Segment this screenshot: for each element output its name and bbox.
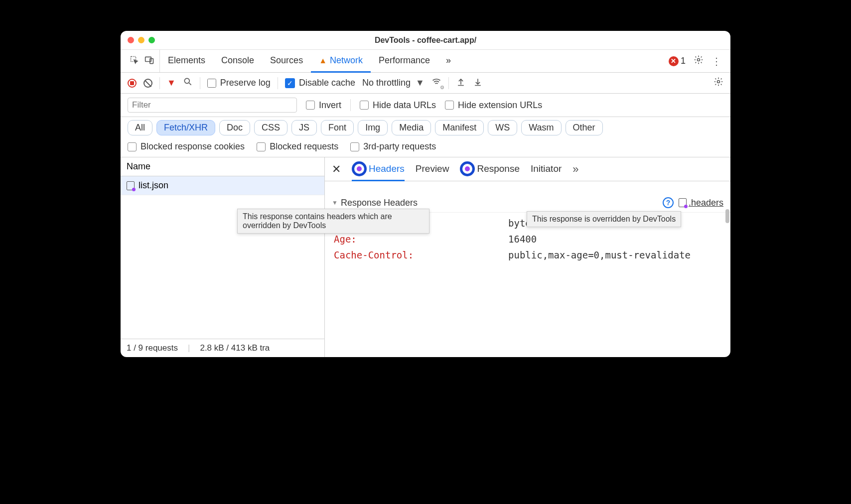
inspect-toggle-group — [125, 50, 160, 72]
preserve-log-checkbox[interactable]: Preserve log — [207, 78, 271, 88]
separator — [448, 77, 449, 89]
request-count: 1 / 9 requests — [127, 343, 178, 353]
pill-all[interactable]: All — [128, 120, 152, 135]
network-toolbar: ▼ Preserve log ✓ Disable cache No thrott… — [121, 73, 730, 94]
hide-data-urls-checkbox[interactable]: Hide data URLs — [360, 100, 436, 111]
pill-other[interactable]: Other — [566, 120, 603, 135]
more-menu-icon[interactable]: ⋮ — [711, 55, 721, 67]
inspect-icon[interactable] — [130, 55, 140, 67]
devtools-window: DevTools - coffee-cart.app/ Elements Con… — [121, 31, 730, 357]
request-list: Name list.json 1 / 9 requests | 2.8 kB /… — [121, 157, 325, 357]
maximize-window-button[interactable] — [148, 37, 155, 43]
headers-file-link[interactable]: .headers — [679, 198, 723, 208]
help-icon[interactable]: ? — [663, 197, 674, 208]
content-area: Name list.json 1 / 9 requests | 2.8 kB /… — [121, 157, 730, 357]
checkbox-icon — [445, 101, 454, 110]
disclosure-triangle-icon: ▼ — [332, 199, 338, 206]
pill-doc[interactable]: Doc — [219, 120, 250, 135]
window-title: DevTools - coffee-cart.app/ — [121, 36, 730, 45]
upload-icon[interactable] — [456, 77, 466, 89]
blocked-requests-checkbox[interactable]: Blocked requests — [257, 141, 338, 152]
checkbox-icon — [306, 101, 315, 110]
network-conditions-icon[interactable]: ⚙ — [431, 77, 441, 89]
name-column-header[interactable]: Name — [121, 157, 324, 176]
svg-point-3 — [698, 59, 700, 61]
detail-tabs-overflow[interactable]: » — [572, 157, 578, 181]
filter-bar: Invert Hide data URLs Hide extension URL… — [121, 94, 730, 117]
tooltip-headers-override: This response contains headers which are… — [237, 209, 429, 234]
close-window-button[interactable] — [128, 37, 134, 43]
download-icon[interactable] — [473, 77, 483, 89]
invert-checkbox[interactable]: Invert — [306, 100, 341, 111]
tab-performance[interactable]: Performance — [371, 50, 438, 73]
network-settings-icon[interactable] — [713, 77, 723, 89]
pill-ws[interactable]: WS — [488, 120, 517, 135]
svg-point-4 — [184, 78, 189, 83]
section-title: Response Headers — [341, 198, 418, 208]
tooltip-response-override: This response is overridden by DevTools — [527, 211, 681, 227]
record-button[interactable] — [128, 79, 137, 88]
checked-icon: ✓ — [285, 78, 295, 88]
pill-manifest[interactable]: Manifest — [435, 120, 484, 135]
checkbox-icon — [350, 142, 359, 151]
hide-extension-urls-checkbox[interactable]: Hide extension URLs — [445, 100, 542, 111]
throttling-select[interactable]: No throttling ▼ — [362, 78, 425, 88]
filter-input[interactable] — [128, 98, 297, 113]
checkbox-icon — [360, 101, 369, 110]
pill-img[interactable]: Img — [358, 120, 388, 135]
tabs-overflow[interactable]: » — [438, 50, 459, 73]
clear-button[interactable] — [143, 79, 152, 88]
svg-point-5 — [717, 81, 720, 83]
override-indicator-icon — [352, 161, 367, 176]
main-tabs: Elements Console Sources ▲Network Perfor… — [121, 50, 730, 73]
pill-media[interactable]: Media — [392, 120, 431, 135]
separator — [350, 99, 351, 111]
tab-initiator[interactable]: Initiator — [531, 157, 562, 181]
scrollbar-thumb[interactable] — [725, 209, 729, 223]
header-value: public,max-age=0,must-revalidate — [508, 250, 691, 260]
header-key: Cache-Control: — [334, 250, 508, 260]
transfer-size: 2.8 kB / 413 kB tra — [200, 343, 270, 353]
third-party-checkbox[interactable]: 3rd-party requests — [350, 141, 436, 152]
type-filter-row: All Fetch/XHR Doc CSS JS Font Img Media … — [121, 117, 730, 138]
tab-network[interactable]: ▲Network — [311, 50, 371, 73]
pill-js[interactable]: JS — [291, 120, 317, 135]
tab-sources[interactable]: Sources — [262, 50, 311, 73]
minimize-window-button[interactable] — [138, 37, 144, 43]
header-value: 16400 — [508, 234, 537, 245]
separator — [159, 77, 160, 89]
separator — [278, 77, 278, 89]
chevron-down-icon: ▼ — [416, 78, 425, 88]
error-count[interactable]: ✕ 1 — [669, 56, 686, 66]
pill-font[interactable]: Font — [321, 120, 354, 135]
settings-icon[interactable] — [694, 55, 704, 67]
header-row: Cache-Control:public,max-age=0,must-reva… — [334, 250, 721, 260]
checkbox-icon — [128, 142, 137, 151]
tab-console[interactable]: Console — [213, 50, 262, 73]
pill-wasm[interactable]: Wasm — [521, 120, 561, 135]
disable-cache-checkbox[interactable]: ✓ Disable cache — [285, 78, 355, 88]
checkbox-icon — [257, 142, 266, 151]
filter-icon[interactable]: ▼ — [167, 78, 176, 88]
separator: | — [188, 343, 190, 353]
chevron-double-right-icon: » — [446, 55, 451, 66]
titlebar: DevTools - coffee-cart.app/ — [121, 31, 730, 50]
close-detail-button[interactable]: ✕ — [332, 157, 341, 181]
search-icon[interactable] — [183, 77, 193, 89]
request-row-list-json[interactable]: list.json — [121, 176, 324, 195]
gear-sub-icon: ⚙ — [440, 85, 444, 90]
tab-headers[interactable]: Headers — [352, 157, 405, 181]
blocked-cookies-checkbox[interactable]: Blocked response cookies — [128, 141, 245, 152]
pill-css[interactable]: CSS — [254, 120, 287, 135]
tab-preview[interactable]: Preview — [416, 157, 449, 181]
request-detail: ✕ Headers Preview Response Initiator » ▼… — [325, 157, 730, 357]
tab-response[interactable]: Response — [460, 157, 520, 181]
block-filters-row: Blocked response cookies Blocked request… — [121, 138, 730, 157]
preserve-log-input[interactable] — [207, 79, 216, 88]
device-toggle-icon[interactable] — [144, 55, 154, 67]
warning-icon: ▲ — [319, 56, 327, 65]
pill-fetch-xhr[interactable]: Fetch/XHR — [156, 120, 215, 135]
svg-rect-2 — [150, 58, 153, 63]
tab-elements[interactable]: Elements — [160, 50, 213, 73]
file-override-icon — [127, 181, 135, 190]
